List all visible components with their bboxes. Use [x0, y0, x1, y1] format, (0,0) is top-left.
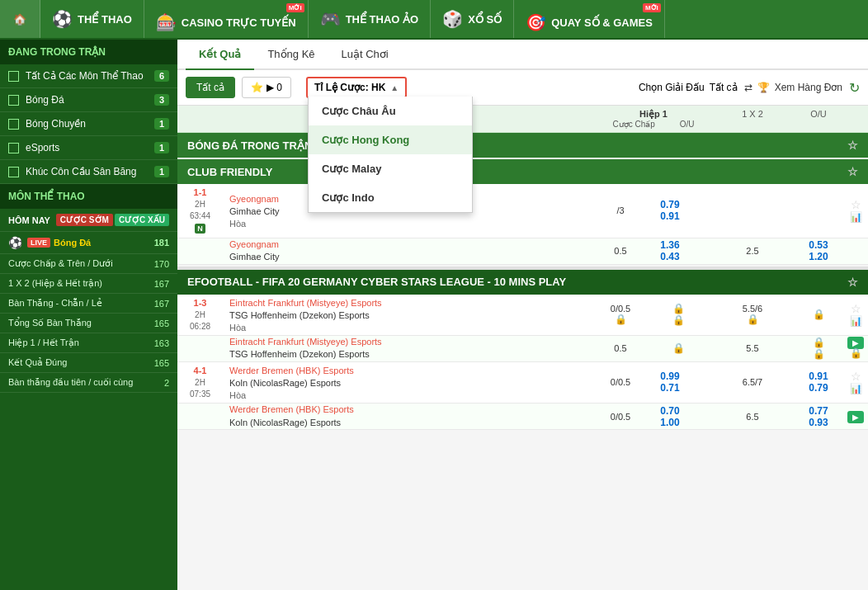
sidebar-bet-bong-da[interactable]: ⚽ LIVE Bóng Đá 181: [0, 232, 177, 254]
section-star-icon[interactable]: ☆: [847, 139, 858, 152]
in-match-section-title: ĐANG TRONG TRẬN: [0, 40, 177, 64]
refresh-button[interactable]: ↻: [849, 80, 860, 96]
sidebar-item-esports[interactable]: eSports 1: [0, 136, 177, 160]
khuc-con-cau-checkbox[interactable]: [8, 167, 19, 177]
main-layout: ĐANG TRONG TRẬN Tất Cả Các Môn Thể Thao …: [0, 40, 868, 590]
sidebar-bet-tong-so[interactable]: Tổng Số Bàn Thắng 165: [0, 314, 177, 333]
bong-chuyen-count: 1: [154, 118, 169, 130]
table-column-headers: Hiệp 1 Cược Chấp O/U 1 X 2 O/U: [177, 106, 868, 133]
odds2-werder2[interactable]: 1.00: [645, 417, 695, 428]
sidebar-item-all-sports[interactable]: Tất Cả Các Môn Thể Thao 6: [0, 64, 177, 88]
match-names-eintracht2: Eintracht Frankfurt (Mistyeye) Esports T…: [223, 336, 596, 361]
sidebar-bet-cuoc-chap[interactable]: Cược Chấp & Trên / Dưới 170: [0, 254, 177, 274]
tab-thong-ke[interactable]: Thống Kê: [254, 40, 328, 70]
odds-label: Tỉ Lệ Cược: HK: [314, 82, 385, 93]
efootball-title: EFOOTBALL - FIFA 20 GERMANY CYBER STARS …: [187, 276, 566, 288]
odds4-werder2[interactable]: 0.93: [794, 417, 843, 428]
odds1-row2[interactable]: 1.36: [645, 239, 695, 251]
sidebar-bet-ban-thang[interactable]: Bàn Thắng - Chẵn / Lẻ 167: [0, 294, 177, 314]
team1-eintracht[interactable]: Eintracht Frankfurt (Mistyeye) Esports: [229, 297, 592, 309]
werder-clock: 07:35: [179, 389, 221, 400]
star-fav-icon: ⭐: [251, 82, 263, 93]
team2-hoffenheim[interactable]: TSG Hoffenheim (Dzekon) Esports: [229, 309, 592, 322]
tab-luat-choi[interactable]: Luật Chơi: [328, 40, 402, 70]
casino-nav-item[interactable]: MỚI 🎰 CASINO TRỰC TUYẾN: [144, 0, 309, 38]
club-friendly-header: CLUB FRIENDLY ☆: [177, 159, 868, 184]
sidebar-bet-ket-qua[interactable]: Kết Quả Đúng 165: [0, 353, 177, 373]
team1-eintracht2[interactable]: Eintracht Frankfurt (Mistyeye) Esports: [229, 336, 592, 348]
odds-eintracht: 🔒 🔒: [645, 303, 711, 326]
match-time-clock: 63:44: [179, 210, 221, 222]
eintracht-score: 1-3: [179, 297, 221, 309]
view-order-control[interactable]: ⇄ 🏆 Xem Hàng Đơn: [744, 82, 842, 93]
odds-option-hong-kong[interactable]: Cược Hong Kong: [309, 125, 472, 154]
lock-eintracht5: 🔒: [794, 309, 843, 320]
top-navigation: 🏠 ⚽ THỂ THAO MỚI 🎰 CASINO TRỰC TUYẾN 🎮 T…: [0, 0, 868, 40]
odds-option-chau-au[interactable]: Cược Châu Âu: [309, 97, 472, 125]
odds-werder2: 0.70 1.00: [645, 405, 711, 428]
the-thao-nav-item[interactable]: ⚽ THỂ THAO: [40, 0, 144, 38]
sidebar-item-bong-chuyen[interactable]: Bóng Chuyền 1: [0, 112, 177, 136]
odds3-werder[interactable]: 0.91: [794, 371, 843, 382]
odds1-werder2[interactable]: 0.70: [645, 405, 695, 417]
home-icon: 🏠: [13, 13, 26, 26]
all-sports-checkbox[interactable]: [8, 71, 19, 82]
fav-star-gyeongnam[interactable]: ☆: [851, 198, 861, 211]
efootball-star[interactable]: ☆: [847, 276, 858, 289]
bong-da-checkbox[interactable]: [8, 95, 19, 106]
tab-ket-qua[interactable]: Kết Quả: [186, 40, 254, 70]
col-header-ou: Hiệp 1 Cược Chấp O/U: [596, 109, 711, 129]
all-sports-label: Tất Cả Các Môn Thể Thao: [26, 70, 154, 82]
bong-da-count: 3: [154, 94, 169, 106]
favorites-button[interactable]: ⭐ ▶ 0: [242, 77, 291, 98]
team2-koln[interactable]: Koln (NicolasRage) Esports: [229, 377, 592, 389]
esports-checkbox[interactable]: [8, 143, 19, 153]
stats-bar-werder[interactable]: 📊: [850, 383, 862, 394]
fav-star-werder[interactable]: ☆: [851, 370, 861, 383]
team1-gyeongnam2[interactable]: Gyeongnam: [229, 238, 592, 251]
xo-so-label: XỔ SỐ: [468, 13, 502, 26]
hiep1-sub-headers: Cược Chấp O/U: [596, 120, 711, 129]
all-filter-button[interactable]: Tất cả: [186, 77, 235, 98]
sidebar-item-bong-da[interactable]: Bóng Đá 3: [0, 88, 177, 112]
club-friendly-star[interactable]: ☆: [847, 165, 858, 178]
the-thao-ao-nav-item[interactable]: 🎮 THỂ THAO ẢO: [309, 0, 432, 38]
odds3-row2[interactable]: 0.53: [794, 239, 843, 251]
team1-werder[interactable]: Werder Bremen (HBK) Esports: [229, 365, 592, 377]
ket-qua-label: Kết Quả Đúng: [8, 357, 67, 368]
odds-type-selector[interactable]: Tỉ Lệ Cược: HK ▲ Cược Châu Âu Cược Hong …: [306, 77, 407, 98]
fav-star-eintracht[interactable]: ☆: [851, 302, 861, 315]
view-order-label: Xem Hàng Đơn: [775, 82, 842, 93]
odds3-werder2[interactable]: 0.77: [794, 405, 843, 417]
odds4-row2[interactable]: 1.20: [794, 251, 843, 262]
team2-gimhae2[interactable]: Gimhae City: [229, 251, 592, 263]
team2-koln2[interactable]: Koln (NicolasRage) Esports: [229, 417, 592, 429]
odds-option-malay[interactable]: Cược Malay: [309, 154, 472, 183]
home-nav-item[interactable]: 🏠: [0, 0, 40, 38]
odds-option-indo[interactable]: Cược Indo: [309, 183, 472, 212]
the-thao-ao-label: THỂ THAO ẢO: [346, 13, 419, 26]
ou2-werder: 6.5/7: [711, 377, 794, 387]
stats-bar-gyeongnam[interactable]: 📊: [850, 211, 862, 223]
stats-bar-eintracht[interactable]: 📊: [850, 315, 862, 327]
xo-so-nav-item[interactable]: 🎲 XỔ SỐ: [431, 0, 514, 38]
sidebar-bet-ban-thang-dau[interactable]: Bàn thắng đầu tiên / cuối cùng 2: [0, 373, 177, 393]
odds2-werder[interactable]: 0.71: [645, 382, 695, 394]
arrow-eintracht2: ▶ 🔒: [843, 337, 868, 359]
odds2-gyeongnam[interactable]: 0.91: [645, 210, 695, 222]
team2-hoffenheim2[interactable]: TSG Hoffenheim (Dzekon) Esports: [229, 348, 592, 361]
sidebar-bet-1x2[interactable]: 1 X 2 (Hiệp & Hết trận) 167: [0, 274, 177, 294]
arrow-button-werder[interactable]: ▶: [847, 411, 864, 423]
bong-da-bet-label: Bóng Đá: [54, 238, 91, 248]
quay-so-nav-item[interactable]: MỚI 🎯 QUAY SỐ & GAMES: [514, 0, 665, 38]
odds1-werder[interactable]: 0.99: [645, 371, 695, 382]
chosen-league-value[interactable]: Tất cả: [710, 82, 738, 93]
sidebar-item-khuc-con-cau[interactable]: Khúc Côn Cầu Sân Băng 1: [0, 160, 177, 184]
odds2-row2[interactable]: 0.43: [645, 251, 695, 262]
team1-werder2[interactable]: Werder Bremen (HBK) Esports: [229, 404, 592, 416]
sidebar-bet-hiep1[interactable]: Hiệp 1 / Hết Trận 163: [0, 333, 177, 353]
bong-chuyen-checkbox[interactable]: [8, 119, 19, 130]
lock-cell-eintracht2: 🔒 🔒: [794, 337, 843, 360]
odds4-werder[interactable]: 0.79: [794, 382, 843, 394]
odds1-gyeongnam[interactable]: 0.79: [645, 199, 695, 210]
